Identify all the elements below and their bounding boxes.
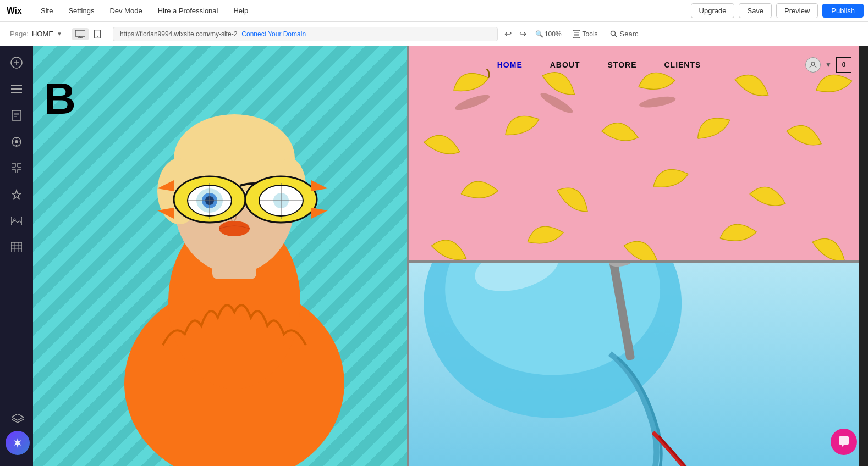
publish-button[interactable]: Publish	[822, 4, 864, 18]
top-bar-actions: Upgrade Save Preview Publish	[691, 3, 868, 18]
menus-icon[interactable]	[4, 77, 29, 101]
nav-item-clients[interactable]: CLIENTS	[664, 60, 701, 69]
svg-rect-1	[75, 30, 85, 36]
preview-button[interactable]: Preview	[776, 3, 818, 18]
zoom-display: 🔍 100%	[532, 30, 565, 38]
nav-settings[interactable]: Settings	[61, 0, 102, 22]
upgrade-button[interactable]: Upgrade	[691, 3, 735, 18]
svg-text:Wix: Wix	[7, 6, 22, 15]
address-actions: ↩ ↪ 🔍 100% Tools Searc	[502, 26, 643, 41]
nav-item-home[interactable]: HOME	[497, 60, 523, 69]
wix-logo[interactable]: Wix	[0, 5, 33, 16]
theme-icon[interactable]	[4, 130, 29, 154]
svg-rect-29	[18, 163, 21, 167]
connect-domain-link[interactable]: Connect Your Domain	[241, 30, 306, 38]
panel-right: HOME ABOUT STORE CLIENTS ▼ 0	[409, 46, 868, 466]
bold-b-letter: B	[44, 74, 76, 124]
nav-item-store[interactable]: STORE	[608, 60, 637, 69]
layers-button[interactable]	[6, 407, 30, 431]
url-bar[interactable]: https://florian9994.wixsite.com/my-site-…	[113, 27, 498, 41]
media-icon[interactable]	[4, 209, 29, 233]
address-bar: Page: HOME ▼ https://florian9994.wixsite…	[0, 22, 868, 46]
page-selector[interactable]: Page: HOME ▼	[4, 30, 68, 38]
add-element-icon[interactable]	[4, 51, 29, 75]
blue-liquid-svg	[409, 263, 868, 466]
svg-point-5	[97, 36, 98, 37]
view-toggle	[68, 27, 108, 41]
right-strip	[859, 46, 868, 466]
svg-rect-28	[12, 163, 15, 167]
woman-figure	[91, 81, 377, 466]
panel-blue	[409, 263, 868, 466]
svg-rect-35	[11, 242, 22, 252]
nav-site[interactable]: Site	[33, 0, 61, 22]
cart-count: 0	[842, 61, 846, 69]
svg-marker-82	[14, 438, 21, 448]
search-button[interactable]: Searc	[606, 27, 643, 40]
svg-marker-57	[311, 180, 328, 191]
chat-button[interactable]	[831, 429, 857, 455]
svg-marker-56	[157, 208, 174, 219]
top-nav: Site Settings Dev Mode Hire a Profession…	[33, 0, 256, 22]
svg-point-51	[219, 221, 250, 236]
svg-line-11	[614, 35, 617, 37]
svg-point-27	[12, 141, 14, 143]
save-button[interactable]: Save	[739, 3, 772, 18]
undo-button[interactable]: ↩	[502, 26, 514, 41]
svg-point-72	[453, 92, 491, 113]
url-text: https://florian9994.wixsite.com/my-site-…	[120, 30, 237, 38]
svg-point-24	[16, 137, 18, 139]
svg-marker-58	[311, 208, 328, 219]
wix-ai-button[interactable]	[6, 431, 30, 455]
canvas-wrapper: B	[33, 46, 868, 466]
page-dropdown-icon: ▼	[57, 31, 62, 37]
svg-rect-33	[11, 217, 22, 225]
left-sidebar	[0, 46, 33, 466]
svg-point-10	[611, 31, 615, 35]
search-label: Searc	[620, 30, 639, 38]
nav-hire-professional[interactable]: Hire a Professional	[150, 0, 226, 22]
user-dropdown-icon[interactable]: ▼	[825, 61, 832, 69]
panel-left[interactable]: B	[33, 46, 407, 466]
panel-banana: HOME ABOUT STORE CLIENTS ▼ 0	[409, 46, 868, 260]
svg-rect-30	[12, 169, 15, 173]
table-icon[interactable]	[4, 235, 29, 259]
apps-grid-icon[interactable]	[4, 156, 29, 180]
desktop-view-button[interactable]	[72, 28, 89, 40]
svg-marker-32	[12, 190, 21, 199]
svg-rect-18	[12, 110, 21, 120]
svg-point-23	[15, 140, 18, 143]
plugins-icon[interactable]	[4, 182, 29, 207]
nav-help[interactable]: Help	[226, 0, 256, 22]
tools-label: Tools	[583, 30, 598, 38]
nav-user-cart: ▼ 0	[805, 57, 851, 73]
tools-button[interactable]: Tools	[568, 28, 602, 40]
mobile-view-button[interactable]	[91, 27, 104, 41]
nav-item-about[interactable]: ABOUT	[550, 60, 580, 69]
pages-icon[interactable]	[4, 103, 29, 127]
top-bar: Wix Site Settings Dev Mode Hire a Profes…	[0, 0, 868, 22]
svg-point-71	[811, 62, 815, 65]
site-navigation: HOME ABOUT STORE CLIENTS ▼ 0	[409, 46, 868, 84]
svg-point-25	[20, 141, 21, 143]
user-icon[interactable]	[805, 57, 821, 73]
page-label: Page:	[10, 30, 29, 38]
canvas-area: B	[33, 46, 868, 466]
nav-dev-mode[interactable]: Dev Mode	[102, 0, 150, 22]
svg-rect-31	[18, 169, 21, 173]
svg-point-74	[639, 95, 677, 110]
page-name: HOME	[32, 30, 53, 38]
redo-button[interactable]: ↪	[517, 26, 529, 41]
cart-icon[interactable]: 0	[836, 57, 851, 73]
svg-point-26	[16, 145, 18, 147]
